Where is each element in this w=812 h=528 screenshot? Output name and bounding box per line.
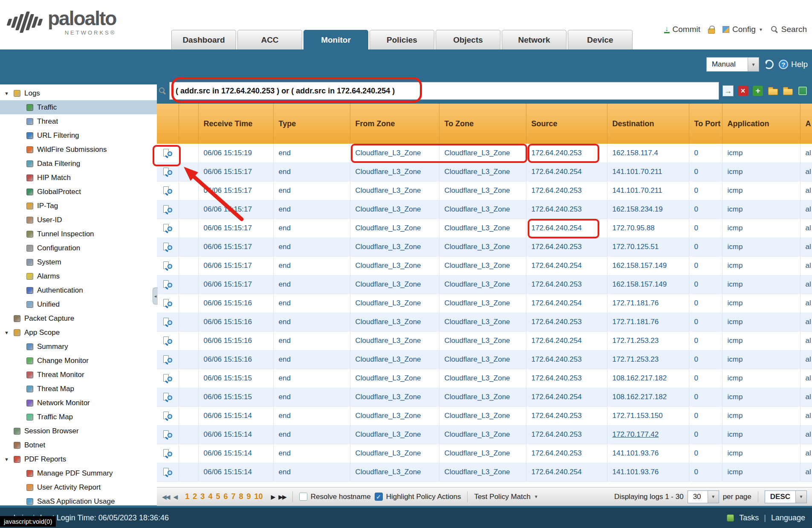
to-zone-cell[interactable]: Cloudflare_L3_Zone: [439, 313, 526, 331]
application-cell[interactable]: icmp: [722, 144, 800, 162]
tab-device[interactable]: Device: [568, 30, 633, 49]
destination-cell[interactable]: 172.70.125.51: [607, 238, 689, 256]
log-detail-cell[interactable]: [157, 350, 179, 369]
from-zone-cell[interactable]: Cloudflare_L3_Zone: [350, 162, 439, 181]
prev-page-icon[interactable]: ◀: [173, 493, 177, 500]
expand-triangle-icon[interactable]: ▼: [4, 457, 14, 462]
application-cell[interactable]: icmp: [722, 219, 800, 238]
destination-cell[interactable]: 141.101.93.76: [607, 444, 689, 463]
destination-cell[interactable]: 141.101.70.211: [607, 162, 689, 181]
log-detail-icon[interactable]: [163, 449, 172, 458]
column-header-from-zone[interactable]: From Zone: [350, 104, 439, 144]
sidebar-item-saas-application-usage[interactable]: SaaS Application Usage: [0, 494, 157, 505]
destination-cell[interactable]: 172.71.153.150: [607, 406, 689, 425]
sidebar-item-summary[interactable]: Summary: [0, 339, 157, 354]
log-detail-icon[interactable]: [163, 149, 172, 157]
last-page-icon[interactable]: ▶▶: [278, 493, 286, 500]
source-cell[interactable]: 172.64.240.254: [526, 256, 607, 275]
source-cell[interactable]: 172.64.240.253: [526, 313, 607, 331]
log-detail-cell[interactable]: [157, 162, 179, 181]
page-number-4[interactable]: 4: [208, 492, 212, 501]
from-zone-cell[interactable]: Cloudflare_L3_Zone: [350, 313, 439, 331]
to-zone-cell[interactable]: Cloudflare_L3_Zone: [439, 162, 526, 181]
from-zone-cell[interactable]: Cloudflare_L3_Zone: [350, 463, 439, 482]
sidebar-item-traffic[interactable]: Traffic: [0, 100, 157, 114]
language-button[interactable]: Language: [771, 513, 805, 522]
from-zone-cell[interactable]: Cloudflare_L3_Zone: [350, 181, 439, 200]
source-cell[interactable]: 172.64.240.253: [526, 238, 607, 256]
save-filter-button[interactable]: [767, 85, 779, 97]
select-arrow-icon[interactable]: ▼: [795, 491, 806, 503]
log-detail-cell[interactable]: [157, 238, 179, 256]
log-detail-icon[interactable]: [163, 430, 172, 439]
log-detail-cell[interactable]: [157, 294, 179, 313]
sidebar-item-alarms[interactable]: Alarms: [0, 269, 157, 283]
from-zone-cell[interactable]: Cloudflare_L3_Zone: [350, 369, 439, 388]
destination-link[interactable]: 172.70.177.42: [613, 430, 659, 438]
destination-cell[interactable]: 108.162.217.182: [607, 388, 689, 406]
to-zone-cell[interactable]: Cloudflare_L3_Zone: [439, 388, 526, 406]
application-cell[interactable]: icmp: [722, 463, 800, 482]
application-cell[interactable]: icmp: [722, 200, 800, 219]
page-number-3[interactable]: 3: [200, 492, 205, 501]
sidebar-item-wildfire-submissions[interactable]: WildFire Submissions: [0, 142, 157, 157]
from-zone-cell[interactable]: Cloudflare_L3_Zone: [350, 444, 439, 463]
source-cell[interactable]: 172.64.240.254: [526, 162, 607, 181]
config-menu-button[interactable]: Config ▼: [722, 25, 763, 34]
from-zone-cell[interactable]: Cloudflare_L3_Zone: [350, 200, 439, 219]
source-cell[interactable]: 172.64.240.253: [526, 425, 607, 444]
load-filter-button[interactable]: [782, 85, 794, 97]
sidebar-item-configuration[interactable]: Configuration: [0, 241, 157, 255]
destination-cell[interactable]: 108.162.217.182: [607, 369, 689, 388]
application-cell[interactable]: icmp: [722, 369, 800, 388]
source-cell[interactable]: 172.64.240.254: [526, 294, 607, 313]
application-cell[interactable]: icmp: [722, 406, 800, 425]
search-button[interactable]: Search: [771, 25, 807, 34]
expand-triangle-icon[interactable]: ▼: [4, 91, 14, 96]
sidebar-item-authentication[interactable]: Authentication: [0, 283, 157, 297]
destination-cell[interactable]: 172.71.253.23: [607, 350, 689, 369]
tab-acc[interactable]: ACC: [237, 30, 302, 49]
page-number-1[interactable]: 1: [185, 492, 189, 501]
to-zone-cell[interactable]: Cloudflare_L3_Zone: [439, 181, 526, 200]
application-cell[interactable]: icmp: [722, 256, 800, 275]
sidebar-item-hip-match[interactable]: HIP Match: [0, 171, 157, 185]
sidebar-item-user-id[interactable]: User-ID: [0, 213, 157, 227]
first-page-icon[interactable]: ◀◀: [162, 493, 170, 500]
application-cell[interactable]: icmp: [722, 275, 800, 294]
destination-cell[interactable]: 172.70.177.42: [607, 425, 689, 444]
from-zone-cell[interactable]: Cloudflare_L3_Zone: [350, 256, 439, 275]
application-cell[interactable]: icmp: [722, 331, 800, 350]
column-header-a[interactable]: A: [800, 104, 812, 144]
log-detail-cell[interactable]: [157, 425, 179, 444]
log-detail-cell[interactable]: [157, 406, 179, 425]
destination-cell[interactable]: 172.70.95.88: [607, 219, 689, 238]
destination-cell[interactable]: 172.71.181.76: [607, 313, 689, 331]
column-header-to-zone[interactable]: To Zone: [439, 104, 526, 144]
to-zone-cell[interactable]: Cloudflare_L3_Zone: [439, 294, 526, 313]
log-detail-cell[interactable]: [157, 200, 179, 219]
sidebar-item-ip-tag[interactable]: IP-Tag: [0, 199, 157, 213]
destination-cell[interactable]: 141.101.93.76: [607, 463, 689, 482]
sidebar-item-url-filtering[interactable]: URL Filtering: [0, 128, 157, 142]
to-zone-cell[interactable]: Cloudflare_L3_Zone: [439, 200, 526, 219]
application-cell[interactable]: icmp: [722, 388, 800, 406]
highlight-policy-checkbox[interactable]: [375, 493, 383, 501]
column-header-application[interactable]: Application: [722, 104, 800, 144]
log-detail-icon[interactable]: [163, 374, 172, 383]
log-detail-cell[interactable]: [157, 219, 179, 238]
sidebar-item-user-activity-report[interactable]: User Activity Report: [0, 480, 157, 494]
application-cell[interactable]: icmp: [722, 181, 800, 200]
from-zone-cell[interactable]: Cloudflare_L3_Zone: [350, 388, 439, 406]
from-zone-cell[interactable]: Cloudflare_L3_Zone: [350, 275, 439, 294]
next-page-icon[interactable]: ▶: [271, 493, 275, 500]
to-zone-cell[interactable]: Cloudflare_L3_Zone: [439, 463, 526, 482]
log-detail-icon[interactable]: [163, 299, 172, 308]
source-cell[interactable]: 172.64.240.253: [526, 144, 607, 162]
tab-dashboard[interactable]: Dashboard: [171, 30, 236, 49]
source-cell[interactable]: 172.64.240.253: [526, 369, 607, 388]
column-header-receive-time[interactable]: Receive Time: [198, 104, 273, 144]
from-zone-cell[interactable]: Cloudflare_L3_Zone: [350, 219, 439, 238]
log-detail-cell[interactable]: [157, 388, 179, 406]
log-detail-cell[interactable]: [157, 331, 179, 350]
